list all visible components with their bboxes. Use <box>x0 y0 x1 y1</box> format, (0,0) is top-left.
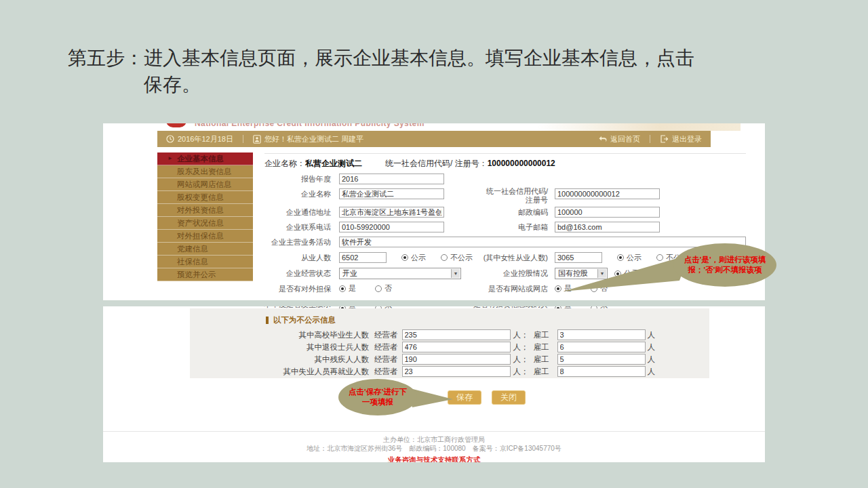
phone-input[interactable] <box>339 222 444 232</box>
dropdown-arrow-icon[interactable]: ▼ <box>451 269 460 278</box>
email-input[interactable] <box>555 222 660 232</box>
unit-ren: 人 <box>648 330 656 340</box>
page-footer: 主办单位：北京市工商行政管理局 地址：北京市海淀区苏州街36号 邮政编码：100… <box>103 431 765 462</box>
clock-icon <box>166 135 174 143</box>
footer-organizer: 主办单位：北京市工商行政管理局 <box>103 435 765 444</box>
sidebar-item-basic-info[interactable]: ► 企业基本信息 <box>157 152 253 165</box>
holding-public-radio[interactable] <box>614 270 621 277</box>
operator-label: 经营者 <box>374 354 398 365</box>
row-label: 其中退役士兵人数 <box>190 342 369 352</box>
guarantee-yes-radio[interactable] <box>339 285 346 292</box>
employees-notpublic-radio[interactable] <box>441 254 448 261</box>
public-label: 公示 <box>411 253 426 263</box>
logout-icon <box>660 135 669 143</box>
toolbar-greeting: 您好！私营企业测试二 周建平 <box>264 134 363 144</box>
reemployed-operator-input[interactable] <box>402 366 511 377</box>
radio-tip-text: 点击'是'，则进行该项填报；'否'则不填报该项 <box>683 255 767 275</box>
female-public-radio[interactable] <box>617 254 624 261</box>
holding-select[interactable]: 国有控股▼ <box>555 268 608 279</box>
disabled-operator-input[interactable] <box>402 354 511 365</box>
sidebar-item-assets[interactable]: 资产状况信息 <box>157 217 253 230</box>
veterans-employee-input[interactable] <box>557 342 646 352</box>
employees-label: 从业人数 <box>260 253 331 262</box>
toolbar-user-group: 您好！私营企业测试二 周建平 <box>253 134 363 144</box>
sidebar-item-label: 股东及出资信息 <box>177 167 232 176</box>
footer-address: 地址：北京市海淀区苏州街36号 邮政编码：100080 备案号：京ICP备130… <box>103 444 765 453</box>
close-button[interactable]: 关闭 <box>492 390 526 405</box>
report-year-input[interactable] <box>339 174 444 184</box>
status-value: 开业 <box>342 269 357 277</box>
unit-ren: 人 <box>648 342 656 352</box>
row-label: 其中高校毕业生人数 <box>190 330 369 340</box>
sidebar-item-preview-publish[interactable]: 预览并公示 <box>157 268 253 281</box>
public-label: 公示 <box>627 253 642 263</box>
non-public-section: 以下为不公示信息 其中高校毕业生人数 经营者 人； 雇工 人 其中退役士兵人数 … <box>190 308 709 378</box>
slide-title-line2: 保存。 <box>144 71 807 98</box>
banner-decoration <box>537 123 741 131</box>
sidebar-item-party[interactable]: 党建信息 <box>157 243 253 256</box>
female-employees-label: (其中女性从业人数) <box>460 253 548 262</box>
form-header: 企业名称：私营企业测试二统一社会信用代码/ 注册号：10000000000001… <box>264 158 746 168</box>
website-no-radio[interactable] <box>591 285 597 292</box>
address-input[interactable] <box>339 207 444 218</box>
company-name-value: 私营企业测试二 <box>305 159 362 168</box>
footer-contact-link[interactable]: 业务咨询与技术支持联系方式 <box>388 455 481 462</box>
no-label: 否 <box>384 283 392 293</box>
action-buttons: 保存 关闭 <box>448 390 526 405</box>
disabled-employee-input[interactable] <box>557 354 646 365</box>
site-header-strip: National Enterprise Credit Information P… <box>157 123 741 131</box>
postcode-input[interactable] <box>555 207 660 218</box>
dropdown-arrow-icon[interactable]: ▼ <box>597 269 606 278</box>
return-home-link[interactable]: 返回首页 <box>598 134 640 144</box>
slide-title: 第五步：进入基本信息页面，展示企业基本信息。填写企业基本信息，点击 保存。 <box>68 45 807 98</box>
row-label: 其中残疾人人数 <box>190 354 369 365</box>
sidebar-item-label: 预览并公示 <box>177 270 216 279</box>
sidebar-item-guarantee[interactable]: 对外担保信息 <box>157 230 253 243</box>
save-tip-text: 点击'保存'进行下一项填报 <box>347 387 409 407</box>
website-yes-radio[interactable] <box>555 285 561 292</box>
graduates-employee-input[interactable] <box>557 329 646 340</box>
sidebar-item-equity-change[interactable]: 股权变更信息 <box>157 191 253 204</box>
holding-notpublic-radio[interactable] <box>654 270 660 277</box>
guarantee-no-radio[interactable] <box>375 285 382 292</box>
employees-public-radio[interactable] <box>401 254 408 261</box>
sidebar-item-website[interactable]: 网站或网店信息 <box>157 178 253 191</box>
table-row: 其中失业人员再就业人数 经营者 人； 雇工 人 <box>190 366 709 377</box>
employee-label: 雇工 <box>534 354 549 365</box>
employee-label: 雇工 <box>534 367 549 377</box>
sidebar-item-social-security[interactable]: 社保信息 <box>157 256 253 268</box>
female-employees-input[interactable] <box>555 252 602 263</box>
holding-label: 企业控股情况 <box>460 269 548 278</box>
logout-link[interactable]: 退出登录 <box>660 134 702 144</box>
sidebar-item-label: 企业基本信息 <box>177 155 224 163</box>
sidebar-item-investment[interactable]: 对外投资信息 <box>157 204 253 217</box>
operator-label: 经营者 <box>374 342 398 352</box>
site-logo-icon <box>166 123 186 127</box>
employee-label: 雇工 <box>534 330 549 340</box>
reemployed-employee-input[interactable] <box>557 366 646 377</box>
section-bar-icon <box>266 317 269 324</box>
graduates-operator-input[interactable] <box>402 329 511 340</box>
company-name-label: 企业名称： <box>264 159 305 168</box>
sidebar-item-shareholders[interactable]: 股东及出资信息 <box>157 165 253 178</box>
non-public-title: 以下为不公示信息 <box>273 315 336 325</box>
save-button[interactable]: 保存 <box>448 390 481 405</box>
main-business-label: 企业主营业务活动 <box>260 238 331 247</box>
unit-ren: 人 <box>648 354 656 365</box>
company-name-input[interactable] <box>339 188 444 199</box>
main-form: 企业名称：私营企业测试二统一社会信用代码/ 注册号：10000000000001… <box>264 153 746 319</box>
main-business-input[interactable] <box>339 237 746 247</box>
toolbar-separator <box>243 135 243 143</box>
veterans-operator-input[interactable] <box>402 342 511 352</box>
operator-label: 经营者 <box>374 330 398 340</box>
guarantee-label: 是否有对外担保 <box>260 285 331 293</box>
credit-code-input[interactable] <box>555 188 660 199</box>
employees-input[interactable] <box>339 252 387 263</box>
toolbar: 2016年12月18日 您好！私营企业测试二 周建平 返回首页 退出登录 <box>157 131 711 147</box>
yes-label: 是 <box>349 283 356 293</box>
female-notpublic-radio[interactable] <box>656 254 663 261</box>
unit-ren-semi: 人； <box>511 342 534 352</box>
phone-label: 企业联系电话 <box>260 223 331 232</box>
website-label: 是否有网站或网店 <box>460 285 548 293</box>
status-select[interactable]: 开业▼ <box>339 268 461 279</box>
